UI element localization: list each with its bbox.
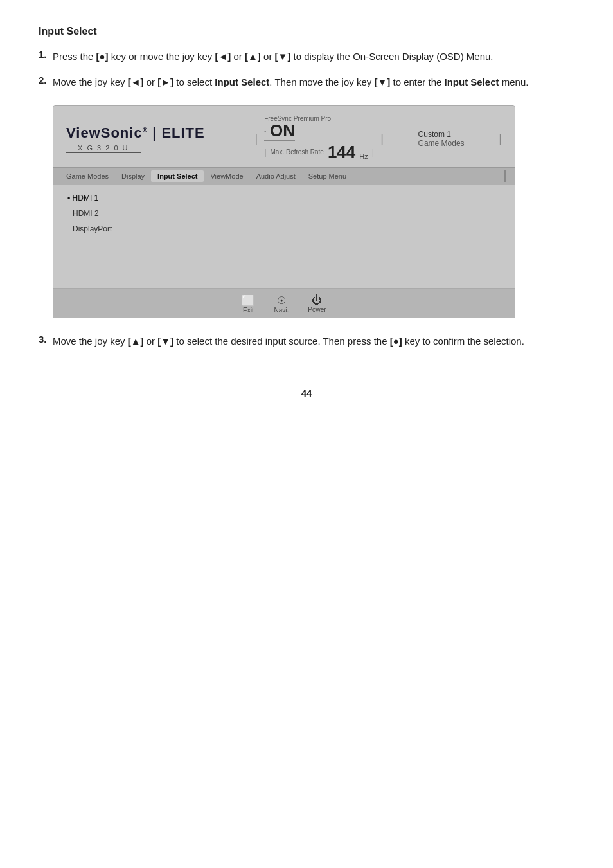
steps-list: 1. Press the [●] key or move the joy key… <box>39 49 574 90</box>
osd-pipe-refresh-right: | <box>372 148 374 156</box>
osd-menu-hdmi1[interactable]: HDMI 1 <box>66 190 502 206</box>
osd-ctrl-power-label: Power <box>308 306 326 313</box>
osd-menu-hdmi2[interactable]: HDMI 2 <box>66 206 502 221</box>
osd-content-area: HDMI 1 HDMI 2 DisplayPort <box>53 185 515 289</box>
osd-ctrl-navi[interactable]: ☉ Navi. <box>274 294 289 314</box>
osd-center-info: | FreeSync Premium Pro • ON | Max. Refre… <box>254 115 383 162</box>
osd-mockup: ViewSonic® | ELITE — X G 3 2 0 U — | Fre… <box>53 105 515 318</box>
step-3-text: Move the joy key [▲] or [▼] to select th… <box>53 334 574 349</box>
step-1: 1. Press the [●] key or move the joy key… <box>39 49 574 64</box>
osd-top-bar: ViewSonic® | ELITE — X G 3 2 0 U — | Fre… <box>53 106 515 167</box>
section-title: Input Select <box>39 26 574 37</box>
osd-nav-display[interactable]: Display <box>115 170 151 182</box>
osd-pipe-right: | <box>380 133 384 145</box>
page-number: 44 <box>39 388 574 399</box>
power-icon: ⏻ <box>312 294 322 306</box>
osd-custom-label: Custom 1 <box>418 130 451 139</box>
osd-game-modes-label: Game Modes <box>418 139 465 148</box>
osd-freesync-value: ON <box>270 122 295 139</box>
osd-refresh-value: 144 <box>328 142 355 162</box>
osd-brand-model: — X G 3 2 0 U — <box>66 143 141 153</box>
navi-icon: ☉ <box>277 294 286 307</box>
osd-nav-setup-menu[interactable]: Setup Menu <box>302 170 353 182</box>
osd-ctrl-exit[interactable]: ⬜ Exit <box>242 294 254 314</box>
step-3-number: 3. <box>39 334 53 345</box>
osd-pipe-refresh: | <box>264 148 266 156</box>
osd-bottom-controls: ⬜ Exit ☉ Navi. ⏻ Power <box>53 289 515 318</box>
osd-ctrl-exit-label: Exit <box>243 307 254 314</box>
osd-refresh-unit: Hz <box>359 152 368 160</box>
step-2-number: 2. <box>39 75 53 86</box>
osd-nav-game-modes[interactable]: Game Modes <box>60 170 115 182</box>
step-1-text: Press the [●] key or move the joy key [◄… <box>53 49 574 64</box>
step-1-number: 1. <box>39 49 53 60</box>
osd-freesync-dot: • <box>264 128 266 134</box>
osd-pipe-left: | <box>254 133 258 145</box>
osd-freesync-block: FreeSync Premium Pro • ON | Max. Refresh… <box>264 115 374 162</box>
osd-nav-input-select[interactable]: Input Select <box>151 170 204 182</box>
steps-list-3: 3. Move the joy key [▲] or [▼] to select… <box>39 334 574 349</box>
osd-brand-name: ViewSonic® | ELITE <box>66 125 205 141</box>
osd-nav-viewmode[interactable]: ViewMode <box>204 170 249 182</box>
osd-refresh-label: Max. Refresh Rate <box>271 149 324 156</box>
osd-ctrl-navi-label: Navi. <box>274 307 289 314</box>
osd-right-col: Custom 1 Game Modes <box>418 130 465 148</box>
step-2: 2. Move the joy key [◄] or [►] to select… <box>39 75 574 90</box>
osd-nav-audio-adjust[interactable]: Audio Adjust <box>250 170 302 182</box>
exit-icon: ⬜ <box>242 294 254 307</box>
osd-brand: ViewSonic® | ELITE — X G 3 2 0 U — <box>66 125 205 153</box>
osd-ctrl-power[interactable]: ⏻ Power <box>308 294 326 314</box>
osd-pipe-far-right: | <box>499 133 502 145</box>
osd-nav-bar: Game Modes Display Input Select ViewMode… <box>53 167 515 185</box>
step-2-text: Move the joy key [◄] or [►] to select In… <box>53 75 574 90</box>
osd-menu-displayport[interactable]: DisplayPort <box>66 221 502 237</box>
step-3: 3. Move the joy key [▲] or [▼] to select… <box>39 334 574 349</box>
